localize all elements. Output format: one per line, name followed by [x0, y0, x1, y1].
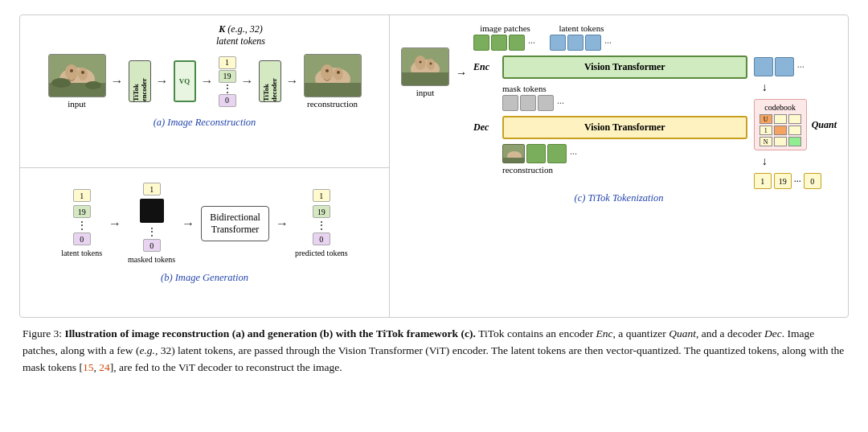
codebook-label: codebook	[760, 103, 801, 112]
svg-point-4	[70, 69, 73, 72]
vit-enc-box: Vision Transformer	[502, 56, 747, 79]
c-right: ··· ↓ codebook U	[754, 57, 837, 189]
reconstruction-label-c: reconstruction	[502, 165, 553, 175]
dec-label: Dec	[473, 121, 497, 134]
ref2: 24	[99, 361, 110, 373]
sub-panel-b: 1 19 ⋮ 0 latent tokens → 1 ⋮ 0 masked to…	[20, 168, 389, 317]
c-codebook-section: codebook U 1	[754, 99, 837, 150]
arrow-3: →	[201, 74, 214, 88]
figure-caption: Figure 3: Illustration of image reconstr…	[19, 326, 849, 376]
svg-rect-25	[503, 158, 525, 163]
quant-label: Quant	[812, 119, 837, 131]
right-panel: input → image patches	[390, 15, 848, 317]
reconstruction-label-a: reconstruction	[307, 99, 358, 109]
c-dec-row: Dec Vision Transformer	[473, 116, 747, 139]
mask-tokens-label: mask tokens	[502, 84, 547, 93]
svg-rect-15	[305, 83, 361, 97]
figure-num: Figure 3:	[23, 327, 62, 339]
c-recon-row: ··· reconstruction	[473, 144, 747, 175]
svg-point-14	[337, 71, 340, 74]
vit-dec-box: Vision Transformer	[502, 116, 747, 139]
mask-patches-group: ···	[502, 95, 566, 111]
c-input: input	[401, 47, 449, 97]
diag-c-title: (c) TiTok Tokenization	[401, 192, 837, 204]
svg-rect-22	[402, 72, 448, 85]
sub-panel-a: K (e.g., 32)latent tokens	[20, 15, 389, 168]
c-down-arrow1: ↓	[762, 81, 768, 94]
c-down-arrow2: ↓	[762, 155, 768, 168]
ref1: 15	[83, 361, 94, 373]
codebook-rows: U 1	[760, 114, 801, 146]
c-center: image patches ··· latent tokens	[473, 23, 747, 175]
input-cat-image	[48, 54, 106, 97]
encoder-box: TiTok encoder	[129, 60, 151, 102]
k-label: K (e.g., 32)latent tokens	[216, 23, 265, 47]
token-1: 1	[219, 56, 236, 69]
svg-point-13	[326, 69, 329, 72]
latent-patches-group: ···	[550, 35, 613, 51]
c-arrow-input: →	[456, 67, 467, 80]
svg-point-20	[420, 61, 422, 64]
arrow-1: →	[111, 74, 124, 88]
c-patches-row: image patches ··· latent tokens	[473, 23, 747, 51]
masked-tokens-col: 1 ⋮ 0 masked tokens	[128, 183, 175, 264]
mask-box	[140, 199, 164, 223]
diag-a-title: (a) Image Reconstruction	[154, 117, 256, 129]
c-enc-row: Enc Vision Transformer	[473, 56, 747, 79]
latent-tokens-label-b: latent tokens	[61, 249, 102, 257]
left-panel: K (e.g., 32)latent tokens	[20, 15, 390, 317]
diagrams-row: K (e.g., 32)latent tokens	[19, 14, 849, 318]
arrow-b2: →	[182, 216, 194, 231]
dec-italic: Dec	[764, 327, 782, 339]
input-label-a: input	[68, 99, 86, 109]
predicted-tokens-col: 1 19 ⋮ 0 predicted tokens	[295, 189, 348, 257]
codebook-area: codebook U 1	[754, 99, 807, 150]
c-blue-output: ···	[754, 57, 806, 76]
masked-tokens-label: masked tokens	[128, 255, 175, 264]
latent-tokens-label-c: latent tokens	[559, 23, 604, 33]
svg-point-5	[81, 71, 84, 74]
enc-label: Enc	[473, 61, 497, 73]
arrow-b3: →	[276, 216, 289, 231]
c-row1: input → image patches	[401, 23, 837, 189]
arrow-b1: →	[108, 216, 121, 231]
enc-italic: Enc	[596, 327, 613, 339]
c-input-cat	[401, 47, 449, 86]
image-patches-group: ···	[473, 35, 537, 51]
token-19: 19	[219, 70, 236, 83]
main-container: K (e.g., 32)latent tokens	[19, 14, 849, 376]
quant-label-area: Quant	[812, 119, 837, 131]
arrow-4: →	[241, 74, 254, 88]
output-cat-image	[304, 54, 362, 97]
diag-b-main: 1 19 ⋮ 0 latent tokens → 1 ⋮ 0 masked to…	[61, 183, 347, 264]
c-num-tokens: 1 19 ··· 0	[754, 173, 821, 189]
svg-point-8	[85, 81, 101, 89]
diag-a-main: input → TiTok encoder → VQ → 1 19	[48, 54, 362, 109]
svg-point-7	[51, 78, 71, 88]
decoder-box: TiTok decoder	[259, 60, 281, 102]
caption-bold: Illustration of image reconstruction (a)…	[65, 327, 479, 339]
arrow-2: →	[156, 74, 169, 88]
quant-italic: Quant	[669, 327, 696, 339]
latent-tokens-col: 1 19 ⋮ 0 latent tokens	[61, 189, 102, 257]
diag-c-main: input → image patches	[401, 23, 837, 189]
bidir-transformer: Bidirectional Transformer	[201, 206, 269, 241]
c-mask-row: mask tokens ···	[473, 84, 747, 111]
predicted-tokens-label: predicted tokens	[295, 249, 348, 257]
token-stack-a: 1 19 ⋮ 0	[219, 56, 236, 107]
svg-point-21	[430, 63, 432, 65]
eg-italic: e.g.,	[139, 344, 158, 356]
image-patches-label: image patches	[480, 23, 530, 33]
token-0: 0	[219, 94, 236, 107]
arrow-5: →	[286, 74, 299, 88]
vq-box: VQ	[174, 60, 196, 102]
c-input-label: input	[416, 88, 435, 97]
recon-patches-group: ···	[502, 144, 579, 163]
diag-b-title: (b) Image Generation	[161, 272, 248, 284]
